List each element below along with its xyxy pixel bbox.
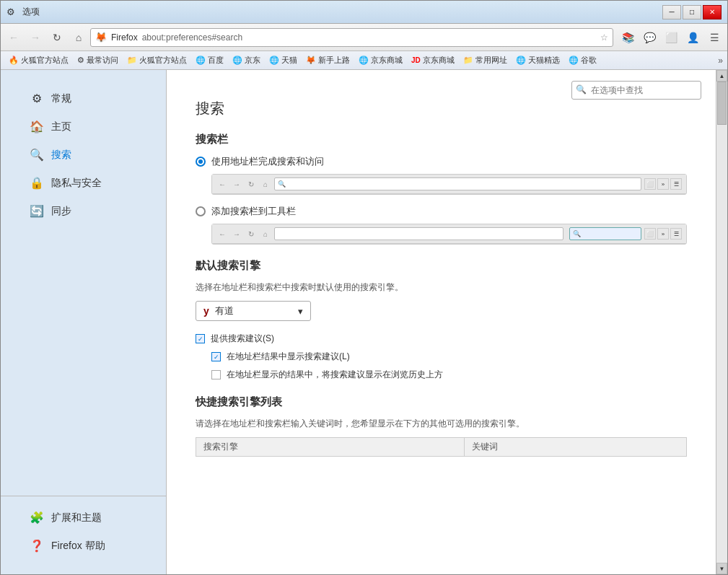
provide-suggestions-option[interactable]: 提供搜索建议(S) (196, 333, 687, 345)
mock-actions-1: ⬜ » ☰ (644, 178, 682, 190)
radio-toolbar[interactable] (196, 206, 206, 216)
home-icon: 🏠 (30, 120, 44, 133)
bookmark-icon: 🌐 (232, 56, 242, 65)
help-icon: ❓ (30, 539, 44, 553)
scroll-up-button[interactable]: ▲ (716, 70, 727, 82)
radio-label-address-bar: 使用地址栏完成搜索和访问 (211, 155, 324, 168)
library-button[interactable]: 📚 (618, 28, 638, 47)
quick-search-title: 快捷搜索引擎列表 (196, 395, 687, 409)
sidebar-item-help[interactable]: ❓ Firefox 帮助 (1, 532, 166, 560)
synced-tabs-button[interactable]: 💬 (639, 28, 659, 47)
bookmark-google[interactable]: 🌐 谷歌 (565, 53, 600, 67)
menu-button[interactable]: ☰ (704, 28, 724, 47)
sidebar: ⚙ 常规 🏠 主页 🔍 搜索 🔒 隐私与安全 🔄 同步 (1, 70, 167, 574)
container-button[interactable]: ⬜ (661, 28, 681, 47)
scroll-down-button[interactable]: ▼ (716, 563, 727, 574)
sidebar-label-general: 常规 (51, 92, 71, 105)
mock-address-1: 🔍 (274, 177, 641, 190)
provide-suggestions-checkbox[interactable] (196, 334, 205, 343)
radio-address-bar[interactable] (196, 157, 206, 167)
bookmark-icon: 🌐 (269, 56, 279, 65)
bookmark-tmall2[interactable]: 🌐 天猫精选 (512, 53, 563, 67)
show-in-address-option[interactable]: 在地址栏结果中显示搜索建议(L) (211, 351, 687, 363)
back-button[interactable]: ← (4, 28, 24, 47)
sidebar-item-general[interactable]: ⚙ 常规 (1, 84, 166, 113)
show-in-address-checkbox[interactable] (211, 352, 221, 361)
bookmark-label: 最常访问 (87, 55, 118, 66)
default-engine-title: 默认搜索引擎 (196, 259, 687, 273)
sidebar-item-home[interactable]: 🏠 主页 (1, 113, 166, 141)
search-bar-section: 搜索栏 使用地址栏完成搜索和访问 ← → ↻ ⌂ 🔍 (196, 133, 687, 245)
bookmark-star-icon[interactable]: ☆ (600, 32, 608, 43)
mock-search-icon-1: 🔍 (278, 180, 286, 188)
bookmark-huahu1[interactable]: 🔥 火狐官方站点 (5, 53, 72, 67)
radio-label-toolbar: 添加搜索栏到工具栏 (211, 205, 296, 218)
mock-action-3: ☰ (670, 178, 682, 190)
radio-option-toolbar[interactable]: 添加搜索栏到工具栏 (196, 205, 687, 218)
bookmark-label: 天猫精选 (528, 55, 560, 66)
close-button[interactable]: ✕ (703, 5, 722, 19)
radio-option-address-bar[interactable]: 使用地址栏完成搜索和访问 (196, 155, 687, 168)
sidebar-item-sync[interactable]: 🔄 同步 (1, 197, 166, 225)
browser-mock-2: ← → ↻ ⌂ 🔍 ⬜ » ☰ (211, 224, 687, 245)
bookmarks-more-icon[interactable]: » (718, 56, 723, 66)
mock-back-icon-2: ← (216, 230, 228, 238)
sidebar-item-search[interactable]: 🔍 搜索 (1, 141, 166, 169)
mock-action-2: » (657, 178, 669, 190)
bookmark-recent[interactable]: ⚙ 最常访问 (74, 53, 122, 67)
bookmark-label: 京东商城 (423, 55, 455, 66)
bookmark-icon: 📁 (127, 56, 137, 65)
prefs-search-input[interactable] (571, 81, 701, 100)
bookmark-icon: 🔥 (9, 56, 19, 65)
scroll-thumb[interactable] (717, 82, 727, 125)
mock-forward-icon-2: → (231, 230, 242, 238)
bookmark-newuser[interactable]: 🦊 新手上路 (302, 53, 354, 67)
bookmark-jd1[interactable]: 🌐 京东 (229, 53, 264, 67)
forward-button[interactable]: → (25, 28, 45, 47)
mock-bar-2: ← → ↻ ⌂ 🔍 ⬜ » ☰ (212, 224, 686, 244)
bookmark-label: 京东 (245, 55, 260, 66)
bookmark-common[interactable]: 📁 常用网址 (460, 53, 511, 67)
account-button[interactable]: 👤 (683, 28, 703, 47)
bookmark-label: 新手上路 (318, 55, 350, 66)
title-bar: ⚙ 选项 ─ □ ✕ (1, 1, 727, 24)
show-above-history-option[interactable]: 在地址栏显示的结果中，将搜索建议显示在浏览历史上方 (211, 369, 687, 381)
engine-name: 有道 (215, 304, 234, 317)
default-engine-desc: 选择在地址栏和搜索栏中搜索时默认使用的搜索引擎。 (196, 281, 687, 294)
bookmark-jd3[interactable]: JD 京东商城 (408, 53, 458, 67)
sidebar-item-extensions[interactable]: 🧩 扩展和主题 (1, 504, 166, 532)
sidebar-label-home: 主页 (51, 120, 71, 133)
sidebar-bottom: 🧩 扩展和主题 ❓ Firefox 帮助 (1, 496, 166, 560)
bookmark-label: 百度 (208, 55, 224, 66)
bookmark-huahu2[interactable]: 📁 火狐官方站点 (123, 53, 190, 67)
bookmark-label: 京东商城 (371, 55, 403, 66)
bookmark-jd2[interactable]: 🌐 京东商城 (355, 53, 406, 67)
sidebar-item-privacy[interactable]: 🔒 隐私与安全 (1, 169, 166, 197)
reload-button[interactable]: ↻ (47, 28, 67, 47)
home-button[interactable]: ⌂ (69, 28, 89, 47)
engine-dropdown[interactable]: y 有道 ▾ (196, 301, 311, 321)
sidebar-label-help: Firefox 帮助 (51, 540, 105, 553)
bookmark-tmall[interactable]: 🌐 天猫 (266, 53, 301, 67)
address-brand: Firefox (111, 32, 138, 43)
quick-search-desc: 请选择在地址栏和搜索栏输入关键词时，您希望显示在下方的其他可选用的搜索引擎。 (196, 418, 687, 430)
show-above-history-checkbox[interactable] (211, 370, 221, 379)
search-icon: 🔍 (30, 148, 44, 162)
sidebar-label-privacy: 隐私与安全 (51, 177, 102, 190)
table-header-engine: 搜索引擎 (196, 438, 465, 457)
browser-mock-1: ← → ↻ ⌂ 🔍 ⬜ » ☰ (211, 174, 687, 195)
provide-suggestions-label: 提供搜索建议(S) (211, 333, 274, 345)
window-controls: ─ □ ✕ (662, 5, 722, 19)
mock-reload-icon-2: ↻ (245, 230, 257, 238)
scrollbar[interactable]: ▲ ▼ (716, 70, 727, 574)
nav-right-buttons: 📚 💬 ⬜ 👤 ☰ (618, 28, 724, 47)
bookmarks-bar: 🔥 火狐官方站点 ⚙ 最常访问 📁 火狐官方站点 🌐 百度 🌐 京东 🌐 天猫 … (1, 51, 727, 70)
main-panel: 🔍 搜索 搜索栏 使用地址栏完成搜索和访问 ← → ↻ (167, 70, 716, 574)
bookmark-icon: 🦊 (306, 56, 316, 65)
address-bar[interactable]: 🦊 Firefox about:preferences#search ☆ (90, 28, 613, 47)
bookmark-icon: 📁 (463, 56, 473, 65)
maximize-button[interactable]: □ (683, 5, 701, 19)
minimize-button[interactable]: ─ (662, 5, 681, 19)
firefox-icon: 🦊 (95, 32, 107, 43)
bookmark-baidu[interactable]: 🌐 百度 (192, 53, 227, 67)
